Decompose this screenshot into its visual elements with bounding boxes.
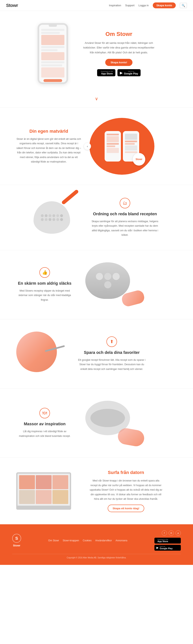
inspiration-content: 🍽 Massor av inspiration Låt dig inspirer… (16, 408, 73, 438)
footer-googleplay-badge[interactable]: ▶ Get it on Google Play (154, 545, 181, 551)
footer-appstore-small: Download on the (157, 539, 168, 540)
hero-phone (38, 23, 68, 84)
facebook-icon-button[interactable]: f (162, 530, 167, 536)
footer-link-villkor[interactable]: Användarvillkor (95, 539, 112, 542)
footer-top: S Stowr Om Stowr Stowr-knappen Cookies A… (12, 530, 181, 551)
nav-link-inspiration[interactable]: Inspiration (109, 4, 121, 7)
ordning-title: Ordning och reda bland recepten (90, 212, 159, 216)
nav-search-button[interactable]: 🔍 (180, 3, 187, 8)
skärm-text: Med Stowrs receptvy slipper du kränget m… (16, 288, 73, 302)
footer-link-cookies[interactable]: Cookies (83, 539, 91, 542)
footer-social: f ◎ p (162, 530, 181, 536)
inspiration-section: 🍽 Massor av inspiration Låt dig inspirer… (0, 388, 193, 458)
ordning-section: 🗂 Ordning och reda bland recepten Skapa … (0, 185, 193, 250)
peas-group (40, 214, 64, 221)
footer-link-knappen[interactable]: Stowr-knappen (63, 539, 79, 542)
matvärld-text: Stowr är en digital tjänst som gör det e… (16, 137, 81, 164)
laptop-image (16, 472, 77, 510)
appstore-badge[interactable]: Download on the App Store (97, 69, 115, 76)
nav-logo[interactable]: Stowr (6, 3, 18, 8)
nav-cta-button[interactable]: Skapa konto (153, 2, 176, 8)
laptop-tile-2 (36, 475, 52, 489)
googleplay-small-text: Get it on (124, 70, 138, 72)
footer-logo-area: S Stowr (12, 534, 21, 547)
hero-content: Om Stowr Använd Stowr för att samla rece… (82, 31, 155, 76)
skärm-title: En skärm som aldrig släcks (16, 281, 73, 286)
bowl-shape (34, 201, 70, 234)
footer-link-annonsera[interactable]: Annonsera (116, 539, 127, 542)
matvärld-content: Din egen matvärld Stowr är en digital tj… (16, 129, 81, 164)
spoon-decoration (61, 189, 79, 205)
pinterest-icon-button[interactable]: p (175, 530, 181, 536)
googleplay-big-text: Google Play (124, 72, 138, 75)
appstore-big-text: App Store (101, 72, 113, 75)
device-phone-1 (105, 131, 121, 162)
phone-mockup (38, 23, 68, 84)
surfa-content: Surfa från datorn Med vår Stowr-knapp i … (89, 470, 162, 512)
skärm-icon: 👍 (39, 267, 50, 278)
cabbage-shape (16, 332, 57, 372)
footer-store-badges: Download on the App Store ▶ Get it on Go… (154, 538, 181, 551)
footer-right: f ◎ p Download on the App Store ▶ Get it… (154, 530, 181, 551)
navigation: Stowr Inspiration Support Logga in Skapa… (0, 0, 193, 11)
instagram-icon-button[interactable]: ◎ (169, 530, 174, 536)
googleplay-icon: ▶ (120, 70, 123, 75)
footer-appstore-badge[interactable]: Download on the App Store (154, 538, 181, 544)
matvärld-title: Din egen matvärld (16, 129, 81, 134)
arrow-icon: ∨ (95, 96, 98, 101)
pot-image (85, 262, 142, 307)
footer-googleplay-icon: ▶ (156, 546, 159, 549)
laptop-base (16, 507, 71, 510)
stowr-badge-label: Stowr (135, 158, 142, 161)
stowr-badge: Stowr (133, 153, 145, 166)
thumbsup-icon: 👍 (42, 270, 48, 275)
skärm-content: 👍 En skärm som aldrig släcks Med Stowrs … (16, 267, 73, 302)
googleplay-badge[interactable]: ▶ Get it on Google Play (117, 69, 140, 76)
plate-icon: 🍽 (43, 410, 47, 416)
matvärld-visual: ‹ (89, 118, 154, 175)
inspiration-title: Massor av inspiration (16, 422, 73, 426)
ordning-icon: 🗂 (120, 198, 130, 208)
fish-image (85, 401, 142, 445)
footer-logo-letter: S (15, 536, 18, 541)
pot-body (85, 262, 130, 299)
nav-link-login[interactable]: Logga in (138, 4, 149, 7)
devices-display: Stowr (105, 131, 139, 162)
hero-title: Om Stowr (82, 31, 155, 37)
footer-appstore-big: App Store (157, 540, 168, 542)
share-icon: ⬆ (110, 339, 114, 344)
footer-logo-text: Stowr (13, 544, 20, 547)
footer: S Stowr Om Stowr Stowr-knappen Cookies A… (0, 524, 193, 565)
spara-section: ⬆ Spara och dela dina favoriter Ett goog… (0, 319, 193, 388)
folder-icon: 🗂 (123, 200, 127, 206)
hero-section: Om Stowr Använd Stowr för att samla rece… (0, 11, 193, 94)
hero-cta-button[interactable]: Skapa konto! (105, 59, 132, 66)
cabbage-image (16, 332, 65, 376)
fish-wrap (117, 427, 145, 448)
footer-googleplay-small: Get it on (160, 546, 173, 547)
spara-text: Ett googlat recept försvinner lätt. Alla… (77, 358, 146, 372)
footer-links: Om Stowr Stowr-knappen Cookies Användarv… (48, 539, 127, 542)
footer-copyright: Copyright © 2016 Alter Media AB. Samtlig… (67, 556, 126, 559)
skärm-section: 👍 En skärm som aldrig släcks Med Stowrs … (0, 250, 193, 319)
ordning-text: Skapa samlingar för att planera veckans … (90, 219, 159, 238)
surfa-section: Surfa från datorn Med vår Stowr-knapp i … (0, 458, 193, 524)
footer-googleplay-big: Google Play (160, 547, 173, 550)
store-badges: Download on the App Store ▶ Get it on Go… (82, 69, 155, 76)
footer-logo-circle: S (12, 534, 21, 543)
surfa-text: Med vår Stowr-knapp i din browser kan du… (89, 478, 162, 501)
inspiration-icon: 🍽 (39, 408, 50, 418)
hero-text: Använd Stowr för att samla recept från n… (82, 40, 155, 55)
spara-title: Spara och dela dina favoriter (77, 350, 146, 355)
nav-link-support[interactable]: Support (125, 4, 134, 7)
laptop-screen (16, 472, 71, 507)
surfa-cta-button[interactable]: Skapa ett konto idag! (108, 504, 144, 512)
footer-link-om[interactable]: Om Stowr (48, 539, 59, 542)
ordning-image (34, 197, 78, 238)
laptop-tile-1 (19, 475, 35, 489)
appstore-small-text: Download on the (101, 70, 113, 72)
fish-body (90, 409, 125, 427)
carousel-prev-button[interactable]: ‹ (84, 143, 91, 150)
matvärld-section: Din egen matvärld Stowr är en digital tj… (0, 108, 193, 185)
laptop-tile-4 (19, 490, 35, 504)
